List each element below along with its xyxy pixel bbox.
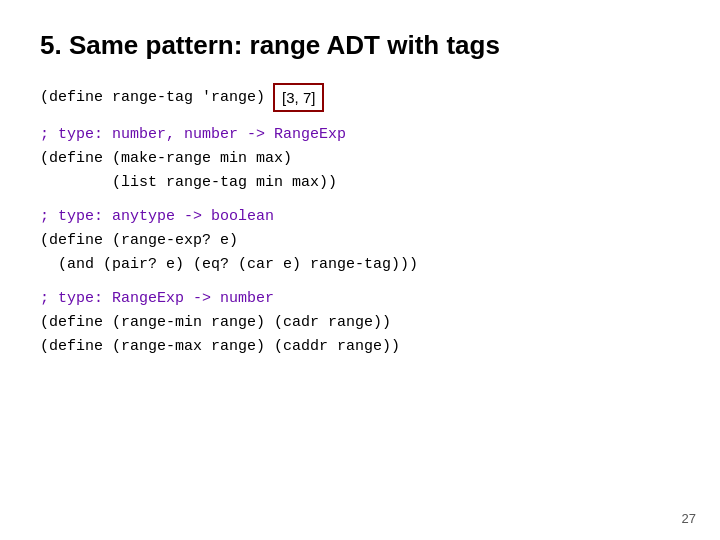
code-line-2: (define (make-range min max) <box>40 146 680 170</box>
code-line-6: (define (range-min range) (cadr range)) <box>40 310 680 334</box>
comment-text-3: ; type: RangeExp -> number <box>40 287 274 310</box>
code-text-4: (define (range-exp? e) <box>40 229 238 252</box>
code-text-5: (and (pair? e) (eq? (car e) range-tag))) <box>40 253 418 276</box>
code-text-2: (define (make-range min max) <box>40 147 292 170</box>
code-text-7: (define (range-max range) (caddr range)) <box>40 335 400 358</box>
code-block: (define range-tag 'range) [3, 7] ; type:… <box>40 83 680 358</box>
spacer-2 <box>40 194 680 204</box>
comment-text-1: ; type: number, number -> RangeExp <box>40 123 346 146</box>
code-line-3: (list range-tag min max)) <box>40 170 680 194</box>
code-line-7: (define (range-max range) (caddr range)) <box>40 334 680 358</box>
code-text-1: (define range-tag 'range) <box>40 86 265 109</box>
comment-line-3: ; type: RangeExp -> number <box>40 286 680 310</box>
comment-line-1: ; type: number, number -> RangeExp <box>40 122 680 146</box>
code-line-1: (define range-tag 'range) [3, 7] <box>40 83 680 112</box>
code-line-5: (and (pair? e) (eq? (car e) range-tag))) <box>40 252 680 276</box>
slide-title: 5. Same pattern: range ADT with tags <box>40 30 680 61</box>
slide: 5. Same pattern: range ADT with tags (de… <box>0 0 720 540</box>
spacer-1 <box>40 112 680 122</box>
code-text-3: (list range-tag min max)) <box>40 171 337 194</box>
code-line-4: (define (range-exp? e) <box>40 228 680 252</box>
page-number: 27 <box>682 511 696 526</box>
spacer-3 <box>40 276 680 286</box>
comment-line-2: ; type: anytype -> boolean <box>40 204 680 228</box>
tag-box: [3, 7] <box>273 83 324 112</box>
code-text-6: (define (range-min range) (cadr range)) <box>40 311 391 334</box>
comment-text-2: ; type: anytype -> boolean <box>40 205 274 228</box>
